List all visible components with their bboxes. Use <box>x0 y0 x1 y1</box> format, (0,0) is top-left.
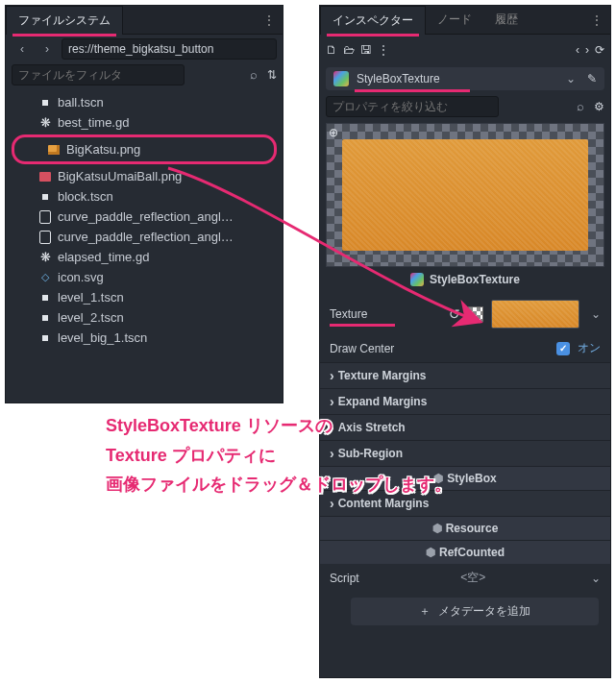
property-draw-center-row: Draw Center ✓ オン <box>320 334 610 362</box>
section-label: Texture Margins <box>338 369 427 382</box>
filesystem-filter-row: ⌕ ⇅ <box>6 63 283 90</box>
preview-caption-text: StyleBoxTexture <box>430 273 520 286</box>
docs-icon[interactable]: ⟳ <box>595 43 604 57</box>
image-icon <box>38 170 52 183</box>
section-label: Expand Margins <box>338 395 428 408</box>
file-name: icon.svg <box>58 270 104 284</box>
tab-history[interactable]: 履歴 <box>483 6 530 34</box>
revert-icon[interactable]: ↺ <box>449 306 460 322</box>
property-filter-row: ⌕ ⚙ <box>320 94 610 123</box>
file-item[interactable]: ◇icon.svg <box>6 267 283 287</box>
file-name: best_time.gd <box>58 115 129 130</box>
more-icon[interactable]: ⋮ <box>263 13 275 27</box>
file-name: BigKatsuUmaiBall.png <box>58 169 182 183</box>
path-input[interactable]: res://theme_bigkatsu_button <box>62 38 277 60</box>
file-name: elapsed_time.gd <box>58 250 149 264</box>
sort-icon[interactable]: ⇅ <box>267 68 277 82</box>
docs-link-icon[interactable]: ✎ <box>587 72 597 85</box>
property-script-row: Script <空> ⌄ <box>320 564 610 592</box>
chevron-down-icon[interactable]: ⌄ <box>591 572 601 585</box>
chevron-down-icon[interactable]: ⌄ <box>591 307 601 321</box>
resource-name: StyleBoxTexture <box>357 72 558 85</box>
inspector-tabs: インスペクター ノード 履歴 ⋮ <box>320 6 610 35</box>
filesystem-tabs: ファイルシステム ⋮ <box>6 6 283 35</box>
file-item[interactable]: ❋elapsed_time.gd <box>6 247 283 267</box>
tab-node[interactable]: ノード <box>426 6 483 34</box>
file-tree[interactable]: ball.tscn❋best_time.gdBigKatsu.pngBigKat… <box>6 90 283 402</box>
scene-icon <box>38 291 52 305</box>
texture-slot[interactable] <box>491 300 579 329</box>
section-label: Resource <box>446 522 499 535</box>
search-icon: ⌕ <box>577 99 584 113</box>
more-icon[interactable]: ⋮ <box>591 13 603 27</box>
script-icon <box>38 231 52 244</box>
gear-icon: ❋ <box>38 251 52 264</box>
add-metadata-label: メタデータを追加 <box>438 603 530 620</box>
open-icon[interactable]: 🗁 <box>343 43 355 57</box>
alpha-icon[interactable] <box>468 306 483 322</box>
scene-icon <box>38 331 52 345</box>
file-item[interactable]: level_2.tscn <box>6 307 283 328</box>
file-item[interactable]: curve_paddle_reflection_angl… <box>6 207 283 227</box>
filter-input[interactable] <box>12 64 185 85</box>
property-script-value[interactable]: <空> <box>367 570 579 586</box>
annotation-underline <box>327 34 419 37</box>
plus-icon: ＋ <box>419 603 431 620</box>
file-item[interactable]: curve_paddle_reflection_angl… <box>6 227 283 247</box>
history-forward-icon[interactable]: › <box>585 43 589 57</box>
resource-icon <box>333 71 349 86</box>
section-resource[interactable]: ⬢Resource <box>320 516 610 540</box>
section-expand-margins[interactable]: Expand Margins <box>320 388 610 414</box>
save-icon[interactable]: 🖫 <box>360 43 372 57</box>
scene-icon <box>38 190 52 204</box>
nav-back-icon[interactable]: ‹ <box>12 38 33 60</box>
cube-icon: ⬢ <box>426 546 435 559</box>
annotation-underline <box>330 324 395 327</box>
file-name: level_1.tscn <box>58 290 124 305</box>
filesystem-toolbar: ‹ › res://theme_bigkatsu_button <box>6 35 283 63</box>
file-item[interactable]: BigKatsuUmaiBall.png <box>6 166 283 186</box>
resource-icon <box>410 273 424 286</box>
section-label: StyleBox <box>447 472 496 485</box>
resource-selector[interactable]: StyleBoxTexture ⌄ ✎ <box>326 67 604 90</box>
preview-caption: StyleBoxTexture <box>320 269 610 294</box>
property-draw-center-label: Draw Center <box>330 342 394 355</box>
section-texture-margins[interactable]: Texture Margins <box>320 362 610 388</box>
file-item[interactable]: ball.tscn <box>6 92 283 112</box>
nav-forward-icon[interactable]: › <box>37 38 58 60</box>
file-item[interactable]: level_big_1.tscn <box>6 328 283 348</box>
history-back-icon[interactable]: ‹ <box>576 43 579 57</box>
inspector-panel: インスペクター ノード 履歴 ⋮ 🗋 🗁 🖫 ⋮ ‹ › ⟳ StyleBoxT… <box>319 5 611 678</box>
file-name: curve_paddle_reflection_angl… <box>58 209 234 224</box>
file-item[interactable]: level_1.tscn <box>6 287 283 307</box>
file-item[interactable]: BigKatsu.png <box>12 134 277 164</box>
file-item[interactable]: block.tscn <box>6 186 283 207</box>
tab-inspector-label: インスペクター <box>333 13 413 27</box>
property-texture-row: Texture ↺ ⌄ <box>320 294 610 334</box>
tab-filesystem-label: ファイルシステム <box>18 13 111 27</box>
filesystem-panel: ファイルシステム ⋮ ‹ › res://theme_bigkatsu_butt… <box>5 5 283 403</box>
draw-center-checkbox[interactable]: ✓ <box>556 342 570 355</box>
file-name: ball.tscn <box>58 95 104 110</box>
texture-preview[interactable]: ⊕ <box>326 123 604 267</box>
chevron-down-icon: ⌄ <box>566 72 576 85</box>
chevron-right-icon <box>330 394 334 409</box>
property-filter-input[interactable] <box>326 96 499 117</box>
image-icon <box>47 143 61 157</box>
file-item[interactable]: ❋best_time.gd <box>6 112 283 133</box>
annotation-underline <box>355 89 470 92</box>
file-name: level_big_1.tscn <box>58 330 147 345</box>
search-icon: ⌕ <box>250 67 258 82</box>
property-texture-label: Texture <box>330 307 441 321</box>
new-resource-icon[interactable]: 🗋 <box>326 43 337 57</box>
gear-icon: ❋ <box>38 116 52 130</box>
settings-icon[interactable]: ⚙ <box>594 100 604 113</box>
section-refcounted[interactable]: ⬢RefCounted <box>320 540 610 564</box>
section-label: RefCounted <box>439 546 505 559</box>
chevron-right-icon <box>330 368 334 383</box>
tab-inspector[interactable]: インスペクター <box>320 6 426 35</box>
add-metadata-button[interactable]: ＋ メタデータを追加 <box>351 598 599 625</box>
more-icon[interactable]: ⋮ <box>378 43 389 57</box>
annotation-underline <box>12 34 116 37</box>
tab-filesystem[interactable]: ファイルシステム <box>6 6 123 35</box>
